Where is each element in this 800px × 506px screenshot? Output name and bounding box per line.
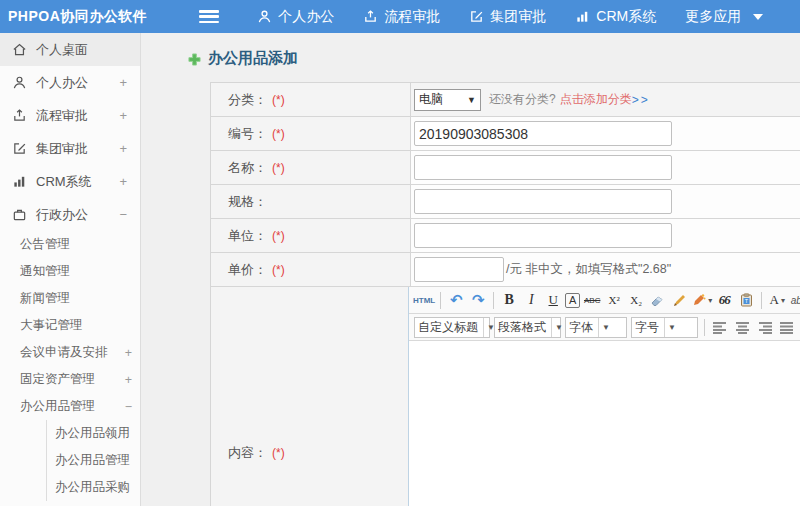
required-mark: (*) xyxy=(272,93,285,107)
page-title: 办公用品添加 xyxy=(188,49,800,68)
superscript-button[interactable]: X² xyxy=(604,290,624,311)
rich-text-editor: HTML ↶ ↷ B I U A ABC X² xyxy=(409,287,800,506)
form-row-spec: 规格： xyxy=(211,185,800,219)
spec-label: 规格： xyxy=(228,193,267,211)
sidebar-item-supplies-claim[interactable]: 办公用品领用 xyxy=(47,420,140,447)
expand-plus-icon[interactable]: + xyxy=(125,346,132,360)
expand-plus-icon[interactable]: + xyxy=(125,373,132,387)
sidebar-item-personal-desktop[interactable]: 个人桌面 xyxy=(0,33,140,66)
add-category-arrows[interactable]: >> xyxy=(632,93,650,107)
nav-more-apps[interactable]: 更多应用 xyxy=(685,8,763,26)
sidebar-item-supplies-manage[interactable]: 办公用品管理 xyxy=(47,447,140,474)
expand-plus-icon[interactable]: + xyxy=(119,75,127,90)
expand-plus-icon[interactable]: + xyxy=(119,108,127,123)
nav-group-approval[interactable]: 集团审批 xyxy=(469,8,546,26)
form-row-unit: 单位： (*) xyxy=(211,219,800,253)
font-size-select[interactable]: 字号 ▼ xyxy=(631,317,698,338)
custom-title-select[interactable]: 自定义标题 ▼ xyxy=(414,317,490,338)
sidebar-item-crm-system[interactable]: CRM系统 + xyxy=(0,165,140,198)
nav-label: 集团审批 xyxy=(490,8,546,26)
form-row-name: 名称： (*) xyxy=(211,151,800,185)
home-icon xyxy=(12,42,27,57)
italic-button[interactable]: I xyxy=(521,290,541,311)
collapse-minus-icon[interactable]: − xyxy=(119,207,127,222)
bar-chart-icon xyxy=(575,9,590,24)
sidebar-item-supplies-purchase[interactable]: 办公用品采购 xyxy=(47,474,140,501)
nav-crm-system[interactable]: CRM系统 xyxy=(575,8,656,26)
strikethrough-button[interactable]: ABC xyxy=(582,290,602,311)
redo-icon[interactable]: ↷ xyxy=(468,290,488,311)
collapse-minus-icon[interactable]: − xyxy=(125,400,132,414)
caret-down-icon xyxy=(753,14,763,20)
html-source-button[interactable]: HTML xyxy=(413,290,435,311)
align-justify-icon[interactable] xyxy=(776,317,796,338)
underline-button[interactable]: U xyxy=(543,290,563,311)
brush-icon[interactable] xyxy=(670,290,690,311)
nav-label: CRM系统 xyxy=(596,8,656,26)
font-color-button[interactable]: A ▾ xyxy=(767,290,787,311)
name-label: 名称： xyxy=(228,159,267,177)
caret-down-icon: ▾ xyxy=(781,296,785,305)
nav-personal-office[interactable]: 个人办公 xyxy=(257,8,334,26)
sidebar-item-meeting-request[interactable]: 会议申请及安排+ xyxy=(20,339,132,366)
app-logo: PHPOA协同办公软件 xyxy=(0,8,147,26)
sidebar-item-news-mgmt[interactable]: 新闻管理 xyxy=(20,285,132,312)
autotypeset-icon[interactable]: ▾ xyxy=(692,290,712,311)
sidebar-item-group-approval[interactable]: 集团审批 + xyxy=(0,132,140,165)
sidebar-item-admin-office[interactable]: 行政办公 − xyxy=(0,198,140,231)
sidebar-item-personal-office[interactable]: 个人办公 + xyxy=(0,66,140,99)
add-plus-icon xyxy=(188,52,201,65)
form-row-price: 单价： (*) /元 非中文，如填写格式"2.68" xyxy=(211,253,800,287)
bold-button[interactable]: B xyxy=(499,290,519,311)
number-input[interactable] xyxy=(414,121,672,146)
expand-plus-icon[interactable]: + xyxy=(119,174,127,189)
sidebar-item-office-supplies-mgmt[interactable]: 办公用品管理− xyxy=(20,393,132,420)
sidebar-item-label: 行政办公 xyxy=(36,206,88,224)
nav-label: 更多应用 xyxy=(685,8,741,26)
subscript-button[interactable]: X₂ xyxy=(626,290,646,311)
nav-label: 个人办公 xyxy=(278,8,334,26)
font-family-select[interactable]: 字体 ▼ xyxy=(565,317,627,338)
required-mark: (*) xyxy=(272,127,285,141)
eraser-icon[interactable] xyxy=(648,290,668,311)
name-input[interactable] xyxy=(414,155,672,180)
nav-label: 流程审批 xyxy=(384,8,440,26)
sidebar-item-notice-mgmt[interactable]: 通知管理 xyxy=(20,258,132,285)
nav-workflow-approval[interactable]: 流程审批 xyxy=(363,8,440,26)
editor-toolbar-row1: HTML ↶ ↷ B I U A ABC X² xyxy=(409,287,800,314)
align-right-icon[interactable] xyxy=(754,317,774,338)
expand-plus-icon[interactable]: + xyxy=(119,141,127,156)
bar-chart-icon xyxy=(12,174,27,189)
sidebar-item-memorabilia-mgmt[interactable]: 大事记管理 xyxy=(20,312,132,339)
paste-icon[interactable]: T xyxy=(736,290,756,311)
sidebar: 个人桌面 个人办公 + 流程审批 + 集团审批 xyxy=(0,33,141,506)
number-label: 编号： xyxy=(228,125,267,143)
upload-icon xyxy=(12,108,27,123)
highlight-color-button[interactable]: ab ▾ xyxy=(789,290,800,311)
category-label: 分类： xyxy=(228,91,267,109)
caret-down-icon: ▾ xyxy=(708,296,712,305)
sidebar-item-fixed-assets-mgmt[interactable]: 固定资产管理+ xyxy=(20,366,132,393)
align-left-icon[interactable] xyxy=(710,317,730,338)
price-input[interactable] xyxy=(414,257,504,282)
align-center-icon[interactable] xyxy=(732,317,752,338)
select-caret-icon: ▼ xyxy=(551,318,563,337)
spec-input[interactable] xyxy=(414,189,672,214)
top-nav: 个人办公 流程审批 集团审批 CRM系统 更多应用 xyxy=(257,8,792,26)
paragraph-format-select[interactable]: 段落格式 ▼ xyxy=(494,317,561,338)
add-category-link[interactable]: 点击添加分类 xyxy=(560,91,632,108)
hamburger-menu-icon[interactable] xyxy=(199,10,219,23)
undo-icon[interactable]: ↶ xyxy=(446,290,466,311)
unit-input[interactable] xyxy=(414,223,672,248)
editor-toolbar-row2: 自定义标题 ▼ 段落格式 ▼ 字体 ▼ xyxy=(409,314,800,341)
sidebar-item-announcement-mgmt[interactable]: 公告管理 xyxy=(20,231,132,258)
editor-content-area[interactable] xyxy=(409,341,800,506)
char-border-button[interactable]: A xyxy=(565,293,580,308)
sidebar-item-workflow-approval[interactable]: 流程审批 + xyxy=(0,99,140,132)
upload-icon xyxy=(363,9,378,24)
category-select[interactable]: 电脑 ▼ xyxy=(414,89,481,111)
sidebar-item-label: 个人办公 xyxy=(36,74,88,92)
blockquote-button[interactable]: 66 xyxy=(714,290,734,311)
content-label: 内容： xyxy=(228,444,267,462)
required-mark: (*) xyxy=(272,263,285,277)
